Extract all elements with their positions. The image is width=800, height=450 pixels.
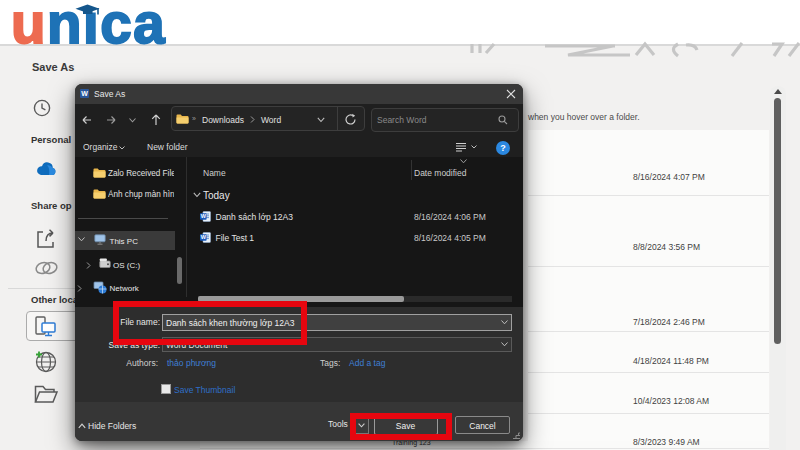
- svg-text:W: W: [81, 90, 88, 97]
- svg-text:W: W: [201, 213, 207, 219]
- svg-text:W: W: [201, 234, 207, 240]
